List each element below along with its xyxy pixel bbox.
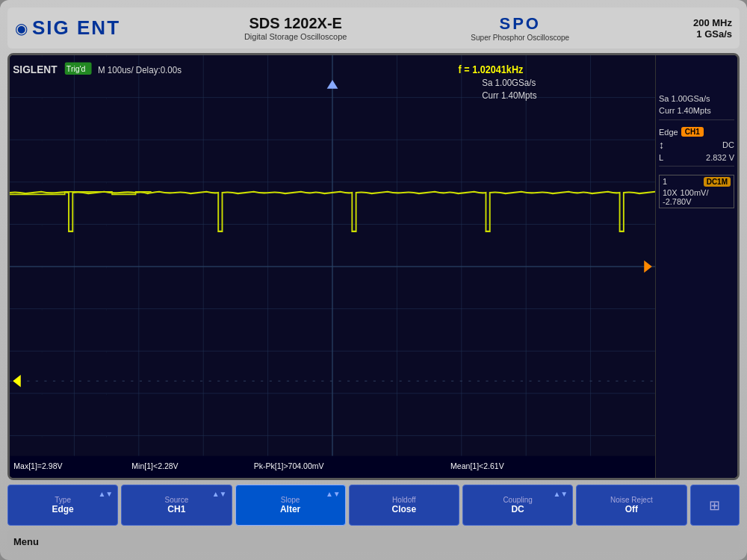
network-icon-button[interactable]: ⊞	[690, 485, 740, 526]
noise-reject-label: Noise Reject	[610, 496, 653, 504]
slope-value: Alter	[280, 504, 300, 514]
level-value: 2.832 V	[706, 153, 734, 162]
ch-probe-row: 10X 100mV/	[663, 188, 731, 197]
model-number: SDS 1202X-E	[244, 15, 347, 32]
dc-label: DC	[722, 140, 734, 149]
brand-logo: ◉ SIG ENT	[15, 16, 120, 40]
svg-text:Max[1]=2.98V: Max[1]=2.98V	[13, 461, 63, 471]
holdoff-label: Holdoff	[392, 496, 416, 504]
spo-section: SPO Super Phosphor Oscilloscope	[471, 14, 569, 42]
edge-ch1-row: Edge CH1	[659, 127, 734, 137]
slope-icon: ↕	[659, 139, 664, 151]
model-info: SDS 1202X-E Digital Storage Oscilloscope	[244, 15, 347, 41]
probe-label: 10X	[663, 188, 678, 197]
source-value: CH1	[167, 504, 185, 514]
edge-label: Edge	[659, 128, 678, 137]
oscilloscope-body: ◉ SIG ENT SDS 1202X-E Digital Storage Os…	[0, 0, 747, 560]
brand-symbol-icon: ◉	[15, 19, 28, 37]
dc1m-badge: DC1M	[704, 177, 731, 187]
noise-reject-value: Off	[625, 504, 638, 514]
svg-text:f = 1.02041kHz: f = 1.02041kHz	[459, 63, 524, 75]
source-arrow-icon: ▲▼	[212, 490, 227, 498]
spo-logo: SPO	[471, 14, 569, 34]
trigger-noise-reject-button[interactable]: Noise Reject Off	[576, 485, 686, 526]
oscilloscope-grid: TRIGGER Max[1]=2.98V Min[1]<2.28V Pk-Pk[…	[10, 55, 655, 478]
svg-text:Curr 1.40Mpts: Curr 1.40Mpts	[482, 90, 536, 101]
level-row: L 2.832 V	[659, 153, 734, 162]
right-panel: Sa 1.00GSa/s Curr 1.40Mpts Edge CH1 ↕ DC…	[655, 55, 737, 478]
brand-name: SIG ENT	[32, 16, 120, 40]
ch-row1: 1 DC1M	[663, 177, 731, 187]
curr-label: Curr 1.40Mpts	[659, 106, 711, 115]
svg-text:M 100us/  Delay:0.00s: M 100us/ Delay:0.00s	[98, 64, 182, 75]
coupling-arrow-icon: ▲▼	[553, 490, 568, 498]
svg-text:Trig'd: Trig'd	[66, 64, 86, 74]
coupling-btn-label: Coupling	[503, 496, 532, 504]
bottom-buttons: ▲▼ Type Edge ▲▼ Source CH1 ▲▼ Slope Alte…	[7, 485, 740, 526]
bandwidth: 200 MHz	[693, 17, 732, 28]
trigger-source-button[interactable]: ▲▼ Source CH1	[121, 485, 232, 526]
holdoff-value: Close	[392, 504, 417, 514]
network-icon: ⊞	[709, 497, 720, 514]
mv-div: 100mV/	[681, 188, 709, 197]
slope-row: ↕ DC	[659, 138, 734, 152]
svg-text:SIGLENT: SIGLENT	[13, 63, 57, 75]
svg-rect-25	[10, 456, 655, 478]
top-header: ◉ SIG ENT SDS 1202X-E Digital Storage Os…	[7, 7, 740, 49]
scope-screen: TRIGGER Max[1]=2.98V Min[1]<2.28V Pk-Pk[…	[10, 55, 655, 478]
l-label: L	[659, 153, 663, 162]
ch-offset-row: -2.780V	[663, 197, 731, 206]
model-subtitle: Digital Storage Oscilloscope	[244, 32, 347, 41]
screen-container: TRIGGER Max[1]=2.98V Min[1]<2.28V Pk-Pk[…	[7, 53, 740, 480]
svg-text:Pk-Pk[1]>704.00mV: Pk-Pk[1]>704.00mV	[254, 461, 324, 471]
offset-value: -2.780V	[663, 197, 692, 206]
bottom-menu: Menu	[7, 530, 740, 553]
trigger-slope-button[interactable]: ▲▼ Slope Alter	[235, 485, 346, 526]
ch-number: 1	[663, 177, 667, 187]
trigger-holdoff-button[interactable]: Holdoff Close	[349, 485, 459, 526]
menu-label[interactable]: Menu	[13, 536, 39, 547]
sa-label: Sa 1.00GSa/s	[659, 94, 710, 103]
source-label: Source	[165, 496, 189, 504]
sample-rate: 1 GSa/s	[693, 28, 732, 40]
specs-section: 200 MHz 1 GSa/s	[693, 17, 732, 40]
trigger-type-button[interactable]: ▲▼ Type Edge	[7, 485, 118, 526]
svg-text:Mean[1]<2.61V: Mean[1]<2.61V	[450, 461, 504, 471]
type-arrow-icon: ▲▼	[98, 490, 113, 498]
type-value: Edge	[52, 504, 73, 514]
type-label: Type	[55, 496, 71, 504]
slope-label: Slope	[281, 496, 300, 504]
svg-text:Sa 1.00GSa/s: Sa 1.00GSa/s	[482, 78, 536, 89]
svg-text:Min[1]<2.28V: Min[1]<2.28V	[131, 461, 179, 471]
ch-info-box: 1 DC1M 10X 100mV/ -2.780V	[659, 175, 734, 208]
sa-row: Sa 1.00GSa/s	[659, 93, 734, 104]
ch1-badge: CH1	[681, 127, 704, 137]
curr-row: Curr 1.40Mpts	[659, 105, 734, 116]
spo-subtitle: Super Phosphor Oscilloscope	[471, 34, 569, 42]
trigger-coupling-button[interactable]: ▲▼ Coupling DC	[462, 485, 573, 526]
slope-arrow-icon: ▲▼	[326, 490, 341, 498]
coupling-btn-value: DC	[511, 504, 524, 514]
